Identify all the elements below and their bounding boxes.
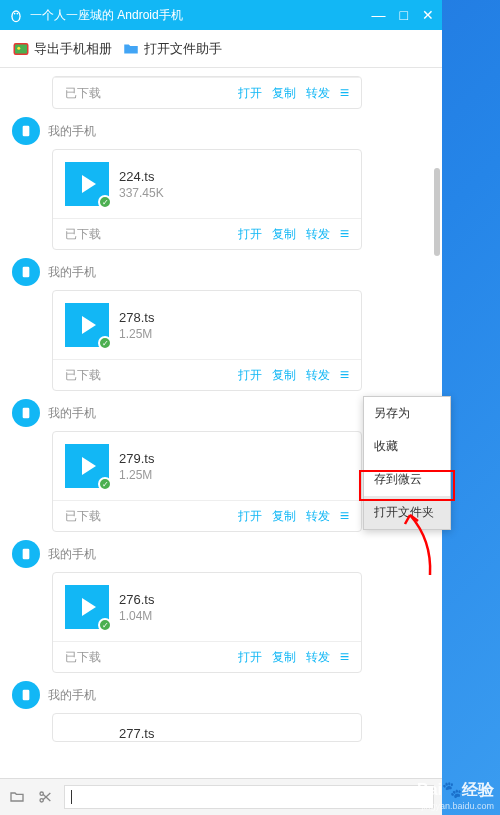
export-album-button[interactable]: 导出手机相册 [12, 40, 112, 58]
folder-button[interactable] [8, 788, 26, 806]
scissors-button[interactable] [36, 788, 54, 806]
copy-action[interactable]: 复制 [272, 649, 296, 666]
svg-point-6 [17, 46, 20, 49]
filename: 279.ts [119, 451, 154, 466]
file-message: ✓ 224.ts 337.45K 已下载 打开 复制 转发 ≡ [52, 149, 362, 250]
copy-action[interactable]: 复制 [272, 226, 296, 243]
video-file-icon: ✓ [65, 444, 109, 488]
svg-rect-11 [23, 126, 30, 137]
svg-rect-13 [23, 408, 30, 419]
filesize: 1.25M [119, 327, 154, 341]
svg-point-3 [17, 13, 19, 15]
window-title: 一个人一座城的 Android手机 [30, 7, 372, 24]
sender-name: 我的手机 [48, 405, 96, 422]
input-bar [0, 778, 442, 815]
more-menu-icon[interactable]: ≡ [340, 507, 349, 525]
menu-favorite[interactable]: 收藏 [364, 430, 450, 463]
filename: 224.ts [119, 169, 164, 184]
toolbar: 导出手机相册 打开文件助手 [0, 30, 442, 68]
app-icon [8, 7, 24, 23]
filesize: 1.25M [119, 468, 154, 482]
forward-action[interactable]: 转发 [306, 508, 330, 525]
download-status: 已下载 [65, 367, 238, 384]
filename: 278.ts [119, 310, 154, 325]
download-status: 已下载 [65, 85, 238, 102]
folder-icon [122, 40, 140, 58]
copy-action[interactable]: 复制 [272, 367, 296, 384]
forward-action[interactable]: 转发 [306, 367, 330, 384]
menu-to-cloud[interactable]: 存到微云 [364, 463, 450, 496]
filesize: 1.04M [119, 609, 154, 623]
photo-icon [12, 40, 30, 58]
file-message: 277.ts [52, 713, 362, 742]
svg-rect-14 [23, 549, 30, 560]
filesize: 337.45K [119, 186, 164, 200]
svg-point-1 [13, 12, 20, 21]
open-action[interactable]: 打开 [238, 85, 262, 102]
avatar[interactable] [12, 681, 40, 709]
video-file-icon: ✓ [65, 585, 109, 629]
open-action[interactable]: 打开 [238, 367, 262, 384]
forward-action[interactable]: 转发 [306, 649, 330, 666]
scrollbar[interactable] [434, 168, 440, 256]
video-file-icon: ✓ [65, 162, 109, 206]
sender-name: 我的手机 [48, 123, 96, 140]
svg-rect-12 [23, 267, 30, 278]
svg-rect-15 [23, 690, 30, 701]
sender-name: 我的手机 [48, 687, 96, 704]
avatar[interactable] [12, 258, 40, 286]
svg-rect-4 [14, 43, 28, 54]
open-action[interactable]: 打开 [238, 508, 262, 525]
sender-name: 我的手机 [48, 546, 96, 563]
video-file-icon: ✓ [65, 303, 109, 347]
context-menu: 另存为 收藏 存到微云 打开文件夹 [363, 396, 451, 530]
minimize-button[interactable]: — [372, 7, 386, 23]
avatar[interactable] [12, 399, 40, 427]
download-status: 已下载 [65, 226, 238, 243]
more-menu-icon[interactable]: ≡ [340, 84, 349, 102]
copy-action[interactable]: 复制 [272, 508, 296, 525]
file-message: 已下载 打开 复制 转发 ≡ [52, 76, 362, 109]
download-status: 已下载 [65, 508, 238, 525]
message-input[interactable] [64, 785, 434, 809]
open-action[interactable]: 打开 [238, 226, 262, 243]
file-message: ✓ 279.ts 1.25M 已下载 打开 复制 转发 ≡ [52, 431, 362, 532]
more-menu-icon[interactable]: ≡ [340, 648, 349, 666]
download-status: 已下载 [65, 649, 238, 666]
titlebar: 一个人一座城的 Android手机 — □ ✕ [0, 0, 442, 30]
filename: 277.ts [119, 726, 154, 741]
baidu-watermark: Bai🐾经验 jingyan.baidu.com [417, 780, 494, 811]
open-file-helper-button[interactable]: 打开文件助手 [122, 40, 222, 58]
maximize-button[interactable]: □ [400, 7, 408, 23]
file-message: ✓ 276.ts 1.04M 已下载 打开 复制 转发 ≡ [52, 572, 362, 673]
avatar[interactable] [12, 117, 40, 145]
svg-point-2 [14, 13, 16, 15]
close-button[interactable]: ✕ [422, 7, 434, 23]
sender-name: 我的手机 [48, 264, 96, 281]
avatar[interactable] [12, 540, 40, 568]
menu-save-as[interactable]: 另存为 [364, 397, 450, 430]
forward-action[interactable]: 转发 [306, 85, 330, 102]
open-action[interactable]: 打开 [238, 649, 262, 666]
more-menu-icon[interactable]: ≡ [340, 225, 349, 243]
filename: 276.ts [119, 592, 154, 607]
more-menu-icon[interactable]: ≡ [340, 366, 349, 384]
file-message: ✓ 278.ts 1.25M 已下载 打开 复制 转发 ≡ [52, 290, 362, 391]
forward-action[interactable]: 转发 [306, 226, 330, 243]
copy-action[interactable]: 复制 [272, 85, 296, 102]
menu-open-folder[interactable]: 打开文件夹 [364, 496, 450, 529]
